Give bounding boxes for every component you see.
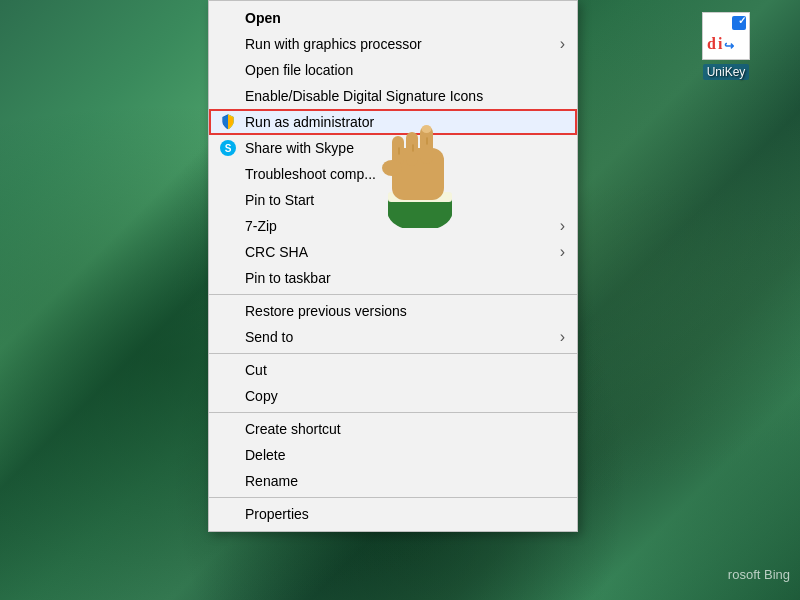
menu-item-share-skype-label: Share with Skype xyxy=(245,140,354,156)
menu-item-enable-disable-digital-label: Enable/Disable Digital Signature Icons xyxy=(245,88,483,104)
letter-arrow: ↪ xyxy=(724,39,734,53)
separator-4 xyxy=(209,497,577,498)
context-menu: Open Run with graphics processor Open fi… xyxy=(208,0,578,532)
menu-item-crc-sha-label: CRC SHA xyxy=(245,244,308,260)
menu-item-open[interactable]: Open xyxy=(209,5,577,31)
menu-item-pin-to-taskbar[interactable]: Pin to taskbar xyxy=(209,265,577,291)
menu-item-rename-label: Rename xyxy=(245,473,298,489)
separator-2 xyxy=(209,353,577,354)
separator-1 xyxy=(209,294,577,295)
menu-item-copy-label: Copy xyxy=(245,388,278,404)
menu-item-send-to[interactable]: Send to xyxy=(209,324,577,350)
menu-item-7zip-label: 7-Zip xyxy=(245,218,277,234)
menu-item-pin-to-start-label: Pin to Start xyxy=(245,192,314,208)
menu-item-open-file-location[interactable]: Open file location xyxy=(209,57,577,83)
menu-item-create-shortcut[interactable]: Create shortcut xyxy=(209,416,577,442)
menu-item-pin-to-taskbar-label: Pin to taskbar xyxy=(245,270,331,286)
menu-item-troubleshoot[interactable]: Troubleshoot comp... xyxy=(209,161,577,187)
menu-item-restore-previous-label: Restore previous versions xyxy=(245,303,407,319)
letter-i: i xyxy=(718,35,722,53)
skype-icon: S xyxy=(219,139,237,157)
menu-item-troubleshoot-label: Troubleshoot comp... xyxy=(245,166,376,182)
menu-item-cut[interactable]: Cut xyxy=(209,357,577,383)
menu-item-delete-label: Delete xyxy=(245,447,285,463)
shield-icon xyxy=(219,113,237,131)
menu-item-7zip[interactable]: 7-Zip xyxy=(209,213,577,239)
menu-item-run-with-gpu[interactable]: Run with graphics processor xyxy=(209,31,577,57)
menu-item-run-with-gpu-label: Run with graphics processor xyxy=(245,36,422,52)
menu-item-open-file-location-label: Open file location xyxy=(245,62,353,78)
letter-d: d xyxy=(707,35,716,53)
menu-item-delete[interactable]: Delete xyxy=(209,442,577,468)
menu-item-open-label: Open xyxy=(245,10,281,26)
skype-icon-visual: S xyxy=(220,140,236,156)
menu-item-run-as-admin[interactable]: Run as administrator xyxy=(209,109,577,135)
menu-item-cut-label: Cut xyxy=(245,362,267,378)
unikey-desktop-icon[interactable]: d i ↪ UniKey xyxy=(702,12,750,80)
menu-item-rename[interactable]: Rename xyxy=(209,468,577,494)
menu-item-run-as-admin-label: Run as administrator xyxy=(245,114,374,130)
unikey-icon-label: UniKey xyxy=(703,64,750,80)
menu-item-enable-disable-digital[interactable]: Enable/Disable Digital Signature Icons xyxy=(209,83,577,109)
menu-item-crc-sha[interactable]: CRC SHA xyxy=(209,239,577,265)
icon-letters: d i ↪ xyxy=(707,35,734,53)
menu-item-share-skype[interactable]: S Share with Skype xyxy=(209,135,577,161)
menu-item-pin-to-start[interactable]: Pin to Start xyxy=(209,187,577,213)
unikey-icon-image: d i ↪ xyxy=(702,12,750,60)
separator-3 xyxy=(209,412,577,413)
menu-item-restore-previous[interactable]: Restore previous versions xyxy=(209,298,577,324)
menu-item-create-shortcut-label: Create shortcut xyxy=(245,421,341,437)
bing-watermark: rosoft Bing xyxy=(728,567,790,582)
menu-item-properties[interactable]: Properties xyxy=(209,501,577,527)
menu-item-copy[interactable]: Copy xyxy=(209,383,577,409)
menu-item-properties-label: Properties xyxy=(245,506,309,522)
menu-item-send-to-label: Send to xyxy=(245,329,293,345)
